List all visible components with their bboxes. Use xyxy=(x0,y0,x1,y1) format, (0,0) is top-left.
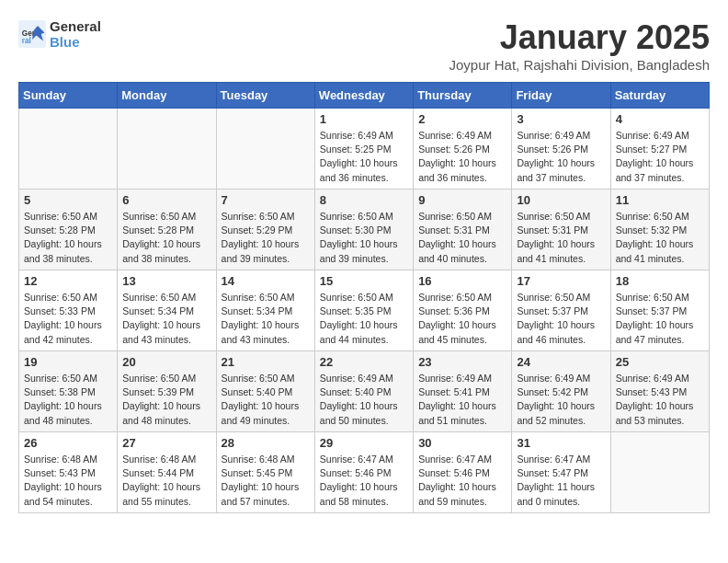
day-number: 5 xyxy=(24,193,112,207)
calendar-cell: 2Sunrise: 6:49 AM Sunset: 5:26 PM Daylig… xyxy=(414,109,512,190)
calendar-cell: 23Sunrise: 6:49 AM Sunset: 5:41 PM Dayli… xyxy=(414,351,512,432)
day-number: 4 xyxy=(616,112,704,126)
calendar-cell: 16Sunrise: 6:50 AM Sunset: 5:36 PM Dayli… xyxy=(414,270,512,351)
day-info: Sunrise: 6:50 AM Sunset: 5:34 PM Dayligh… xyxy=(222,291,310,347)
day-number: 31 xyxy=(517,436,605,450)
day-info: Sunrise: 6:50 AM Sunset: 5:30 PM Dayligh… xyxy=(320,210,408,266)
calendar-cell: 26Sunrise: 6:48 AM Sunset: 5:43 PM Dayli… xyxy=(19,432,118,513)
calendar-cell: 29Sunrise: 6:47 AM Sunset: 5:46 PM Dayli… xyxy=(314,432,413,513)
calendar-cell: 11Sunrise: 6:50 AM Sunset: 5:32 PM Dayli… xyxy=(610,190,709,270)
weekday-header: Wednesday xyxy=(314,83,413,109)
calendar-cell: 13Sunrise: 6:50 AM Sunset: 5:34 PM Dayli… xyxy=(118,270,216,351)
day-number: 12 xyxy=(24,274,112,288)
weekday-header: Saturday xyxy=(610,83,709,109)
day-number: 3 xyxy=(517,112,605,126)
calendar-cell: 24Sunrise: 6:49 AM Sunset: 5:42 PM Dayli… xyxy=(512,351,610,432)
weekday-header: Thursday xyxy=(414,83,512,109)
day-number: 22 xyxy=(320,355,408,369)
weekday-header: Tuesday xyxy=(216,83,314,109)
calendar-cell xyxy=(19,109,118,190)
day-info: Sunrise: 6:49 AM Sunset: 5:25 PM Dayligh… xyxy=(320,129,408,185)
svg-text:ral: ral xyxy=(22,37,31,45)
day-info: Sunrise: 6:50 AM Sunset: 5:36 PM Dayligh… xyxy=(418,291,506,347)
calendar-cell: 15Sunrise: 6:50 AM Sunset: 5:35 PM Dayli… xyxy=(314,270,413,351)
day-number: 19 xyxy=(24,355,112,369)
calendar-cell: 14Sunrise: 6:50 AM Sunset: 5:34 PM Dayli… xyxy=(216,270,314,351)
logo: Gene ral General Blue xyxy=(18,18,101,50)
logo-icon: Gene ral xyxy=(18,20,46,48)
calendar-week-row: 5Sunrise: 6:50 AM Sunset: 5:28 PM Daylig… xyxy=(19,190,710,270)
calendar-cell: 22Sunrise: 6:49 AM Sunset: 5:40 PM Dayli… xyxy=(314,351,413,432)
calendar-cell: 20Sunrise: 6:50 AM Sunset: 5:39 PM Dayli… xyxy=(118,351,216,432)
calendar-week-row: 12Sunrise: 6:50 AM Sunset: 5:33 PM Dayli… xyxy=(19,270,710,351)
day-number: 2 xyxy=(418,112,506,126)
day-info: Sunrise: 6:50 AM Sunset: 5:31 PM Dayligh… xyxy=(418,210,506,266)
calendar-week-row: 19Sunrise: 6:50 AM Sunset: 5:38 PM Dayli… xyxy=(19,351,710,432)
day-info: Sunrise: 6:50 AM Sunset: 5:33 PM Dayligh… xyxy=(24,291,112,347)
day-number: 6 xyxy=(122,193,210,207)
day-number: 25 xyxy=(616,355,704,369)
calendar-week-row: 1Sunrise: 6:49 AM Sunset: 5:25 PM Daylig… xyxy=(19,109,710,190)
calendar-subtitle: Joypur Hat, Rajshahi Division, Banglades… xyxy=(449,57,710,73)
day-info: Sunrise: 6:50 AM Sunset: 5:34 PM Dayligh… xyxy=(122,291,210,347)
weekday-header: Friday xyxy=(512,83,610,109)
day-number: 7 xyxy=(222,193,310,207)
page-header: Gene ral General Blue January 2025 Joypu… xyxy=(18,18,710,73)
day-number: 28 xyxy=(222,436,310,450)
calendar-cell: 19Sunrise: 6:50 AM Sunset: 5:38 PM Dayli… xyxy=(19,351,118,432)
day-info: Sunrise: 6:47 AM Sunset: 5:46 PM Dayligh… xyxy=(418,453,506,509)
calendar-cell: 7Sunrise: 6:50 AM Sunset: 5:29 PM Daylig… xyxy=(216,190,314,270)
day-info: Sunrise: 6:49 AM Sunset: 5:43 PM Dayligh… xyxy=(616,372,704,428)
calendar-cell xyxy=(216,109,314,190)
day-number: 27 xyxy=(122,436,210,450)
day-info: Sunrise: 6:50 AM Sunset: 5:37 PM Dayligh… xyxy=(616,291,704,347)
day-number: 14 xyxy=(222,274,310,288)
calendar-header-row: SundayMondayTuesdayWednesdayThursdayFrid… xyxy=(19,83,710,109)
calendar-cell: 25Sunrise: 6:49 AM Sunset: 5:43 PM Dayli… xyxy=(610,351,709,432)
logo-text-line2: Blue xyxy=(50,34,101,50)
calendar-cell: 8Sunrise: 6:50 AM Sunset: 5:30 PM Daylig… xyxy=(314,190,413,270)
calendar-cell: 18Sunrise: 6:50 AM Sunset: 5:37 PM Dayli… xyxy=(610,270,709,351)
day-number: 26 xyxy=(24,436,112,450)
day-info: Sunrise: 6:49 AM Sunset: 5:40 PM Dayligh… xyxy=(320,372,408,428)
day-info: Sunrise: 6:50 AM Sunset: 5:37 PM Dayligh… xyxy=(517,291,605,347)
day-info: Sunrise: 6:48 AM Sunset: 5:43 PM Dayligh… xyxy=(24,453,112,509)
calendar-cell: 27Sunrise: 6:48 AM Sunset: 5:44 PM Dayli… xyxy=(118,432,216,513)
day-info: Sunrise: 6:50 AM Sunset: 5:32 PM Dayligh… xyxy=(616,210,704,266)
day-info: Sunrise: 6:49 AM Sunset: 5:26 PM Dayligh… xyxy=(517,129,605,185)
day-info: Sunrise: 6:47 AM Sunset: 5:46 PM Dayligh… xyxy=(320,453,408,509)
day-number: 21 xyxy=(222,355,310,369)
day-info: Sunrise: 6:50 AM Sunset: 5:29 PM Dayligh… xyxy=(222,210,310,266)
day-number: 29 xyxy=(320,436,408,450)
day-number: 11 xyxy=(616,193,704,207)
day-number: 18 xyxy=(616,274,704,288)
day-number: 13 xyxy=(122,274,210,288)
day-info: Sunrise: 6:48 AM Sunset: 5:45 PM Dayligh… xyxy=(222,453,310,509)
calendar-cell: 9Sunrise: 6:50 AM Sunset: 5:31 PM Daylig… xyxy=(414,190,512,270)
title-block: January 2025 Joypur Hat, Rajshahi Divisi… xyxy=(449,18,710,73)
calendar-cell: 6Sunrise: 6:50 AM Sunset: 5:28 PM Daylig… xyxy=(118,190,216,270)
day-number: 8 xyxy=(320,193,408,207)
day-number: 17 xyxy=(517,274,605,288)
weekday-header: Sunday xyxy=(19,83,118,109)
calendar-week-row: 26Sunrise: 6:48 AM Sunset: 5:43 PM Dayli… xyxy=(19,432,710,513)
day-number: 16 xyxy=(418,274,506,288)
calendar-title: January 2025 xyxy=(449,18,710,57)
calendar-cell: 17Sunrise: 6:50 AM Sunset: 5:37 PM Dayli… xyxy=(512,270,610,351)
calendar-cell xyxy=(610,432,709,513)
calendar-cell: 1Sunrise: 6:49 AM Sunset: 5:25 PM Daylig… xyxy=(314,109,413,190)
day-info: Sunrise: 6:50 AM Sunset: 5:28 PM Dayligh… xyxy=(24,210,112,266)
calendar-cell: 28Sunrise: 6:48 AM Sunset: 5:45 PM Dayli… xyxy=(216,432,314,513)
calendar-table: SundayMondayTuesdayWednesdayThursdayFrid… xyxy=(18,82,710,513)
day-info: Sunrise: 6:49 AM Sunset: 5:41 PM Dayligh… xyxy=(418,372,506,428)
day-info: Sunrise: 6:49 AM Sunset: 5:27 PM Dayligh… xyxy=(616,129,704,185)
day-info: Sunrise: 6:49 AM Sunset: 5:42 PM Dayligh… xyxy=(517,372,605,428)
day-number: 23 xyxy=(418,355,506,369)
calendar-cell: 10Sunrise: 6:50 AM Sunset: 5:31 PM Dayli… xyxy=(512,190,610,270)
day-info: Sunrise: 6:50 AM Sunset: 5:28 PM Dayligh… xyxy=(122,210,210,266)
calendar-cell: 21Sunrise: 6:50 AM Sunset: 5:40 PM Dayli… xyxy=(216,351,314,432)
day-number: 10 xyxy=(517,193,605,207)
logo-text-line1: General xyxy=(50,18,101,34)
calendar-cell: 12Sunrise: 6:50 AM Sunset: 5:33 PM Dayli… xyxy=(19,270,118,351)
calendar-cell: 31Sunrise: 6:47 AM Sunset: 5:47 PM Dayli… xyxy=(512,432,610,513)
